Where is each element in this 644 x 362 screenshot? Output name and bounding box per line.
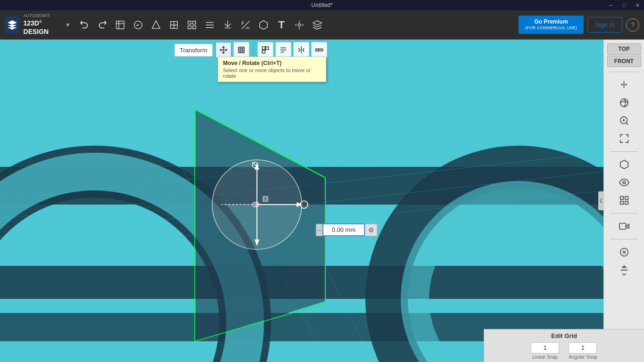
snap-to-grid-button[interactable] bbox=[257, 42, 273, 58]
linear-snap-label: Linear Snap bbox=[532, 354, 558, 360]
svg-rect-13 bbox=[262, 50, 265, 53]
bottom-panel: Edit Grid Linear Snap Angular Snap bbox=[484, 329, 644, 362]
linear-snap-group: Linear Snap bbox=[531, 342, 559, 360]
svg-rect-11 bbox=[262, 47, 265, 49]
window-title: Untitled* bbox=[311, 2, 332, 8]
material-icon[interactable] bbox=[616, 244, 632, 260]
svg-point-57 bbox=[620, 99, 628, 107]
svg-rect-65 bbox=[620, 201, 623, 204]
svg-point-9 bbox=[298, 24, 301, 26]
measure-button[interactable] bbox=[237, 16, 255, 34]
value-input-overlay: ↔ ⚙ bbox=[316, 223, 377, 236]
svg-line-59 bbox=[626, 123, 628, 124]
right-divider-2 bbox=[610, 151, 638, 152]
angular-snap-group: Angular Snap bbox=[569, 342, 597, 360]
dimension-input[interactable] bbox=[322, 223, 365, 236]
svg-rect-67 bbox=[619, 223, 626, 230]
svg-rect-66 bbox=[625, 201, 627, 204]
close-button[interactable]: ✕ bbox=[631, 0, 644, 10]
svg-rect-0 bbox=[116, 21, 124, 29]
viewport[interactable]: ↔ ⚙ bbox=[0, 40, 603, 362]
svg-rect-7 bbox=[188, 25, 191, 28]
main-toolbar: AUTODESK® 123D° DESIGN ▼ T bbox=[0, 10, 644, 40]
logo-text: AUTODESK® 123D° DESIGN bbox=[24, 13, 64, 36]
zoom-view-icon[interactable] bbox=[616, 113, 632, 129]
angular-snap-label: Angular Snap bbox=[569, 354, 597, 360]
mirror-button[interactable] bbox=[293, 42, 309, 58]
import-button[interactable] bbox=[219, 16, 237, 34]
tooltip-title: Move / Rotate (Ctrl+T) bbox=[223, 60, 321, 66]
group-button[interactable] bbox=[201, 16, 219, 34]
camera-icon[interactable] bbox=[616, 218, 632, 234]
modify-button[interactable] bbox=[165, 16, 183, 34]
titlebar: Untitled* ─ □ ✕ bbox=[0, 0, 644, 10]
edit-grid-label: Edit Grid bbox=[551, 332, 577, 339]
smart-scale-button[interactable] bbox=[233, 42, 249, 58]
ruler-button[interactable] bbox=[311, 42, 327, 58]
input-label: ↔ bbox=[316, 224, 322, 236]
svg-rect-5 bbox=[188, 21, 191, 24]
construct-button[interactable] bbox=[147, 16, 165, 34]
svg-rect-12 bbox=[266, 47, 269, 49]
right-divider-3 bbox=[610, 213, 638, 214]
minimize-button[interactable]: ─ bbox=[604, 0, 618, 10]
right-divider-4 bbox=[610, 239, 638, 239]
svg-point-62 bbox=[623, 181, 626, 184]
autodesk-label: AUTODESK® bbox=[24, 13, 64, 19]
premium-sub: (FOR COMMERCIAL USE) bbox=[525, 25, 577, 31]
perspective-view-icon[interactable] bbox=[616, 156, 632, 173]
view-cube-button[interactable] bbox=[255, 16, 272, 34]
svg-rect-6 bbox=[193, 21, 196, 24]
logo-dropdown[interactable]: ▼ bbox=[65, 22, 71, 28]
signin-button[interactable]: Sign In bbox=[587, 17, 622, 33]
svg-rect-63 bbox=[620, 197, 623, 199]
fit-view-icon[interactable] bbox=[616, 131, 632, 147]
grid-view-icon[interactable] bbox=[616, 192, 632, 208]
go-premium-button[interactable]: Go Premium (FOR COMMERCIAL USE) bbox=[519, 16, 583, 34]
product-label: 123D° DESIGN bbox=[24, 19, 64, 36]
3d-scene bbox=[0, 40, 603, 362]
input-settings-icon[interactable]: ⚙ bbox=[365, 224, 377, 236]
sketch-button[interactable] bbox=[129, 16, 147, 34]
undo-button[interactable] bbox=[75, 16, 93, 34]
logo-area[interactable]: AUTODESK® 123D° DESIGN ▼ bbox=[0, 13, 75, 36]
export-icon[interactable] bbox=[616, 262, 632, 278]
svg-rect-53 bbox=[263, 197, 268, 201]
linear-snap-input[interactable] bbox=[531, 342, 559, 354]
redo-button[interactable] bbox=[93, 16, 111, 34]
tooltip-description: Select one or more objects to move or ro… bbox=[223, 67, 321, 79]
navigate-icon[interactable]: ✛ bbox=[616, 77, 632, 93]
grid-inputs: Linear Snap Angular Snap bbox=[531, 342, 597, 360]
snap-button[interactable] bbox=[290, 16, 308, 34]
premium-label: Go Premium bbox=[525, 18, 577, 26]
right-panel-collapse[interactable] bbox=[598, 191, 604, 210]
svg-rect-10 bbox=[239, 47, 244, 53]
help-button[interactable]: ? bbox=[626, 18, 639, 32]
window-controls: ─ □ ✕ bbox=[604, 0, 644, 10]
move-rotate-button[interactable] bbox=[215, 42, 231, 58]
text-button[interactable]: T bbox=[272, 16, 290, 34]
primitives-button[interactable] bbox=[111, 16, 129, 34]
angular-snap-input[interactable] bbox=[569, 342, 597, 354]
sub-divider-1 bbox=[253, 43, 254, 57]
transform-label[interactable]: Transform bbox=[174, 44, 213, 57]
right-panel: TOP FRONT ✛ bbox=[603, 40, 644, 362]
top-view-button[interactable]: TOP bbox=[607, 43, 641, 55]
tooltip: Move / Rotate (Ctrl+T) Select one or mor… bbox=[218, 57, 326, 82]
app-logo bbox=[5, 16, 20, 33]
eye-view-icon[interactable] bbox=[616, 174, 632, 190]
layers-toolbar-button[interactable] bbox=[308, 16, 326, 34]
svg-rect-64 bbox=[625, 197, 627, 199]
orbit-icon[interactable] bbox=[616, 95, 632, 111]
align-button[interactable] bbox=[275, 42, 291, 58]
pattern-button[interactable] bbox=[183, 16, 201, 34]
right-divider-1 bbox=[610, 72, 638, 72]
maximize-button[interactable]: □ bbox=[618, 0, 631, 10]
svg-point-56 bbox=[303, 203, 305, 206]
front-view-button[interactable]: FRONT bbox=[607, 56, 641, 67]
svg-rect-8 bbox=[193, 25, 196, 28]
svg-point-54 bbox=[252, 202, 257, 207]
